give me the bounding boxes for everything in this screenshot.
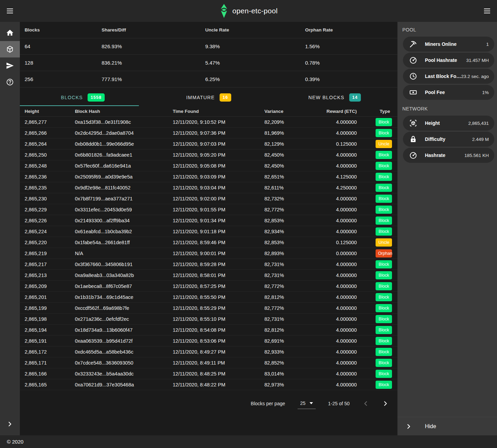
cell-block-hash: 0x1b31b734...69c1d45ace (70, 294, 168, 300)
cell-reward: 4.000000 (310, 305, 375, 311)
cell-block-hash: 0x271a236c...0efcfdf2ec (70, 316, 168, 322)
stats-shares-diff-value: 777.91% (97, 76, 200, 82)
table-row: 2,865,165 0xa70621d9...37e305468a 12/11/… (20, 379, 397, 390)
table-row: 2,865,250 0x6b801826...fa9adcaee1 12/11/… (20, 149, 397, 160)
type-badge: Block (376, 227, 392, 236)
list-item: Pool Fee 1% (403, 85, 494, 100)
cell-height: 2,865,264 (20, 141, 70, 147)
tab-blocks[interactable]: BLOCKS 1558 (20, 90, 146, 105)
header-height: Height (20, 109, 70, 114)
prev-page-button[interactable] (362, 400, 369, 407)
type-badge: Block (376, 293, 392, 301)
network-section-title: NETWORK (397, 101, 497, 115)
cell-variance: 82,933% (260, 349, 310, 355)
cell-block-hash: 0xb08dd0b1...99e066d95e (70, 141, 168, 147)
left-sidebar (0, 22, 20, 435)
cell-variance: 82,973% (260, 382, 310, 387)
stats-row: 256 777.91% 6.25% 0.39% (20, 71, 397, 88)
cell-block-hash: 0x3311efec...20453d0e59 (70, 207, 168, 212)
type-badge: Block (376, 304, 392, 312)
stats-blocks-value: 64 (20, 43, 97, 49)
cell-reward: 4.125000 (310, 174, 375, 180)
blocks-tabs: BLOCKS 1558 IMMATURE 16 NEW BLOCKS 14 (20, 90, 397, 105)
table-row: 2,865,209 0x1aebeca8...8f67c05e87 12/11/… (20, 281, 397, 292)
stats-orphan-rate-value: 0.39% (300, 76, 397, 82)
cell-time-found: 12/11/2020, 9:07:03 PM (168, 141, 260, 147)
cell-reward: 4.000000 (310, 294, 375, 300)
chevron-right-icon (405, 423, 413, 430)
type-badge: Block (376, 184, 392, 192)
cell-height: 2,865,201 (20, 294, 70, 300)
hide-sidebar-button[interactable]: Hide (397, 417, 497, 435)
list-item: Hashrate 185.561 KH (403, 148, 494, 163)
cell-variance: 82,731% (260, 316, 310, 322)
cell-type: Block (375, 348, 397, 356)
network-items: Height 2,865,431 Difficulty 2.449 M Hash… (397, 115, 497, 164)
cell-variance: 82,934% (260, 229, 310, 234)
gauge-icon (409, 56, 417, 64)
type-badge: Block (376, 348, 392, 356)
per-page-label: Blocks per page (251, 401, 285, 406)
stats-blocks-value: 128 (20, 60, 97, 66)
type-badge: Block (376, 381, 392, 389)
type-badge: Block (376, 206, 392, 214)
sidebar-item-blocks[interactable] (0, 41, 20, 57)
cell-type: Block (375, 118, 397, 126)
table-row: 2,865,171 0x7cdce548...3636093050 12/11/… (20, 357, 397, 368)
table-row: 2,865,226 0x21493300...af2ff9ba34 12/11/… (20, 215, 397, 226)
cell-variance: 82,853% (260, 218, 310, 223)
stats-orphan-rate-value: 0.78% (300, 60, 397, 66)
cash-icon (409, 88, 417, 96)
cell-type: Block (375, 370, 397, 378)
table-row: 2,865,201 0x1b31b734...69c1d45ace 12/11/… (20, 292, 397, 303)
type-badge: Block (376, 370, 392, 378)
cell-time-found: 12/11/2020, 8:49:11 PM (168, 360, 260, 366)
next-page-button[interactable] (382, 400, 389, 407)
cell-time-found: 12/11/2020, 9:07:36 PM (168, 130, 260, 136)
cell-height: 2,865,229 (20, 207, 70, 212)
cell-block-hash: 0x2dc4295d...2dae0a8704 (70, 130, 168, 136)
menu-button[interactable] (5, 7, 14, 15)
cell-reward: 4.000000 (310, 338, 375, 344)
header-type: Type (375, 109, 397, 114)
cell-time-found: 12/11/2020, 8:53:06 PM (168, 338, 260, 344)
pagination: Blocks per page 25 1-25 of 50 (20, 394, 397, 413)
type-badge: Block (376, 260, 392, 268)
cell-reward: 4.000000 (310, 262, 375, 267)
cell-type: Block (375, 151, 397, 159)
type-badge: Block (376, 326, 392, 334)
table-row: 2,865,220 0x1fabe54a...2661de81ff 12/11/… (20, 237, 397, 248)
type-badge: Block (376, 271, 392, 279)
cell-time-found: 12/11/2020, 8:55:50 PM (168, 294, 260, 300)
sidebar-collapse-button[interactable] (0, 420, 20, 428)
table-row: 2,865,235 0x9df2e98e...811fc40052 12/11/… (20, 182, 397, 193)
chevron-down-icon (310, 402, 313, 404)
cell-type: Block (375, 195, 397, 203)
overflow-menu-button[interactable] (483, 7, 492, 15)
cell-variance: 82,852% (260, 360, 310, 366)
type-badge: Orphan (376, 249, 392, 258)
per-page-select[interactable]: 25 (298, 398, 316, 409)
cell-reward: 4.000000 (310, 152, 375, 158)
cube-icon (6, 45, 14, 53)
table-row: 2,865,172 0xdc465d5a...a58beb436c 12/11/… (20, 346, 397, 357)
main-content: Blocks Shares/Diff Uncle Rate Orphan Rat… (20, 22, 397, 435)
cell-time-found: 12/11/2020, 8:55:10 PM (168, 316, 260, 322)
tab-immature[interactable]: IMMATURE 16 (146, 90, 272, 105)
brand: open-etc-pool (219, 4, 277, 18)
cell-variance: 82,731% (260, 262, 310, 267)
cell-time-found: 12/11/2020, 9:05:08 PM (168, 163, 260, 169)
table-row: 2,865,198 0x271a236c...0efcfdf2ec 12/11/… (20, 314, 397, 325)
sidebar-item-help[interactable] (0, 74, 20, 90)
type-badge: Block (376, 359, 392, 367)
sidebar-item-payments[interactable] (0, 57, 20, 74)
cell-block-hash: 0x1fabe54a...2661de81ff (70, 240, 168, 245)
blocks-table: Height Block Hash Time Found Variance Re… (20, 105, 397, 390)
cell-variance: 82,812% (260, 294, 310, 300)
cell-time-found: 12/11/2020, 8:48:22 PM (168, 382, 260, 387)
tab-new-blocks[interactable]: NEW BLOCKS 14 (272, 90, 397, 105)
stats-header-shares-diff: Shares/Diff (97, 27, 200, 32)
sidebar-item-home[interactable] (0, 25, 20, 41)
chevron-right-icon (6, 420, 14, 428)
cell-type: Uncle (375, 238, 397, 247)
